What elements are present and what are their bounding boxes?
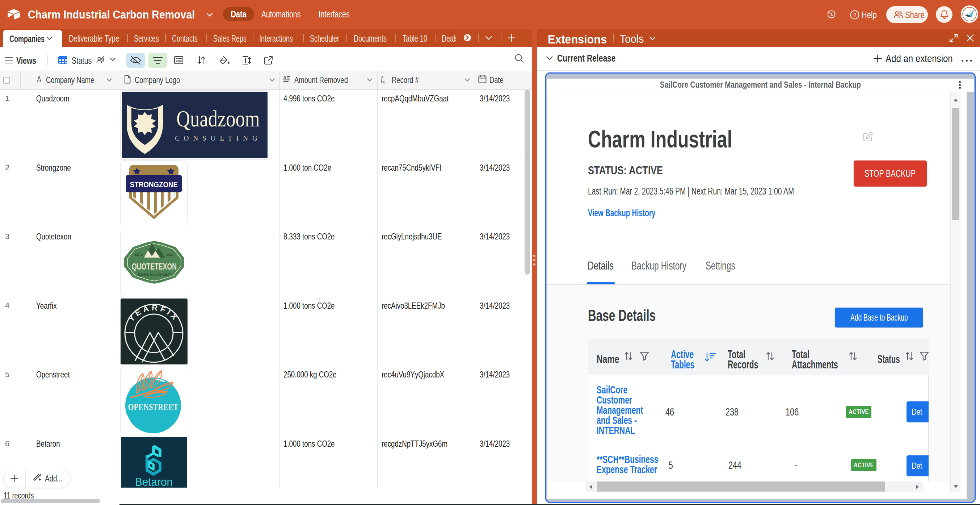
svg-text:1987: 1987: [167, 253, 174, 256]
svg-text:?: ?: [853, 12, 856, 18]
svg-text:ESTD: ESTD: [135, 253, 144, 256]
svg-text:STRONGZONE: STRONGZONE: [130, 180, 178, 189]
svg-text:QUOTETEXON: QUOTETEXON: [132, 261, 177, 271]
svg-text:Travel & Tours Company: Travel & Tours Company: [138, 272, 171, 276]
svg-text:YEARFIX: YEARFIX: [127, 303, 181, 323]
svg-text:OPENSTREET: OPENSTREET: [128, 402, 178, 412]
svg-text:Betaron: Betaron: [135, 476, 173, 487]
